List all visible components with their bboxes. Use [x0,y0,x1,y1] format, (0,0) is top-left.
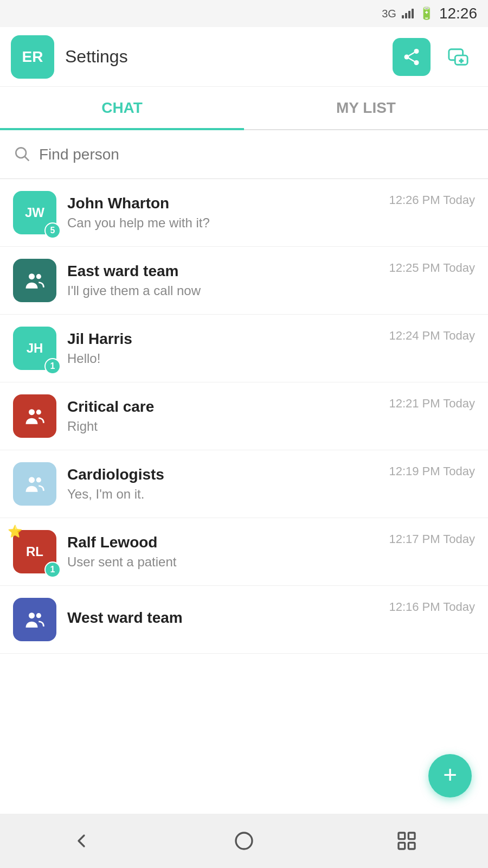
star-icon: ⭐ [8,525,22,539]
chat-time: 12:19 PM Today [389,462,475,478]
avatar-wrap [13,598,56,641]
back-button[interactable] [65,825,98,857]
chat-time: 12:26 PM Today [389,191,475,207]
svg-point-15 [29,477,35,483]
app-logo: ER [11,35,54,79]
chat-name: Ralf Lewood [67,534,378,551]
svg-point-11 [29,273,35,279]
chat-name: Jil Harris [67,330,378,348]
chat-time: 12:24 PM Today [389,327,475,343]
share-button[interactable] [393,38,431,76]
chat-time: 12:16 PM Today [389,598,475,614]
search-bar [0,130,488,179]
svg-line-4 [409,52,414,55]
chat-content: Ralf Lewood User sent a patient [67,534,378,570]
svg-rect-21 [408,833,415,839]
group-icon [23,472,47,496]
header-title: Settings [65,47,382,67]
new-chat-button[interactable] [439,38,477,76]
chat-time: 12:21 PM Today [389,394,475,411]
status-time: 12:26 [439,5,477,22]
chat-content: Jil Harris Hello! [67,330,378,366]
chat-name: Critical care [67,398,378,416]
avatar-wrap: JW 5 [13,191,56,234]
signal-bars [402,9,414,18]
svg-point-14 [36,410,41,414]
home-button[interactable] [228,825,260,857]
chat-name: East ward team [67,263,378,280]
avatar-wrap [13,394,56,438]
new-chat-icon [447,46,469,68]
list-item[interactable]: Cardiologists Yes, I'm on it. 12:19 PM T… [0,450,488,518]
unread-badge: 5 [44,222,61,239]
chat-preview: User sent a patient [67,554,378,570]
avatar [13,259,56,302]
share-icon [402,47,421,67]
battery-icon: 🔋 [419,7,434,21]
list-item[interactable]: JW 5 John Wharton Can you help me with i… [0,179,488,247]
svg-point-2 [414,60,419,65]
recent-apps-button[interactable] [390,825,423,857]
svg-line-10 [25,157,29,161]
chat-content: East ward team I'll give them a call now [67,263,378,298]
chat-preview: Hello! [67,351,378,366]
fab-new-chat[interactable]: + [428,754,472,797]
status-icons: 3G 🔋 12:26 [382,5,477,22]
bottom-navigation [0,814,488,868]
unread-badge: 1 [44,561,61,578]
list-item[interactable]: West ward team 12:16 PM Today [0,586,488,654]
home-icon [233,830,255,852]
svg-point-9 [16,148,26,158]
chat-content: Critical care Right [67,398,378,434]
chat-name: John Wharton [67,195,378,212]
avatar-wrap: ⭐ RL 1 [13,530,56,573]
avatar [13,394,56,438]
chat-preview: Right [67,419,378,434]
avatar-wrap [13,259,56,302]
svg-point-16 [36,477,41,482]
svg-point-17 [29,612,35,618]
svg-point-12 [36,274,41,279]
chat-list: JW 5 John Wharton Can you help me with i… [0,179,488,654]
svg-rect-20 [399,833,405,839]
recent-icon [396,830,418,852]
svg-point-0 [414,49,419,54]
svg-point-18 [36,613,41,618]
chat-content: John Wharton Can you help me with it? [67,195,378,231]
svg-rect-23 [399,843,405,849]
list-item[interactable]: ⭐ RL 1 Ralf Lewood User sent a patient 1… [0,518,488,586]
list-item[interactable]: East ward team I'll give them a call now… [0,247,488,315]
tab-chat[interactable]: CHAT [0,87,244,129]
svg-point-1 [404,54,409,59]
list-item[interactable]: Critical care Right 12:21 PM Today [0,382,488,450]
header-actions [393,38,477,76]
back-icon [70,830,92,852]
unread-badge: 1 [44,358,61,374]
svg-point-19 [236,833,252,849]
svg-rect-22 [408,843,415,849]
chat-preview: Yes, I'm on it. [67,487,378,502]
avatar-wrap [13,462,56,506]
search-input[interactable] [39,146,475,163]
avatar [13,598,56,641]
chat-content: West ward team [67,609,378,630]
list-item[interactable]: JH 1 Jil Harris Hello! 12:24 PM Today [0,315,488,382]
group-icon [23,404,47,428]
tab-mylist[interactable]: MY LIST [244,87,488,129]
chat-time: 12:25 PM Today [389,259,475,275]
svg-line-3 [409,58,414,61]
avatar-wrap: JH 1 [13,327,56,370]
search-icon [13,145,30,164]
app-header: ER Settings [0,27,488,87]
tab-bar: CHAT MY LIST [0,87,488,130]
chat-name: Cardiologists [67,466,378,483]
svg-point-13 [29,409,35,415]
status-bar: 3G 🔋 12:26 [0,0,488,27]
chat-name: West ward team [67,609,378,627]
avatar [13,462,56,506]
chat-preview: Can you help me with it? [67,215,378,231]
chat-time: 12:17 PM Today [389,530,475,546]
network-indicator: 3G [382,8,396,20]
chat-content: Cardiologists Yes, I'm on it. [67,466,378,502]
group-icon [23,608,47,631]
